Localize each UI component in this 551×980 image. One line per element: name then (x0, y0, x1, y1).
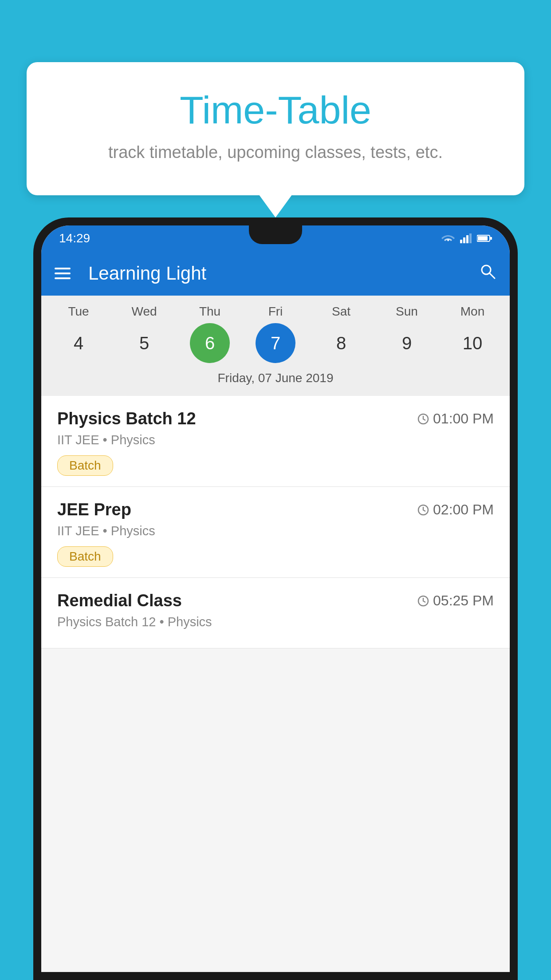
schedule-item-2-badge: Batch (57, 546, 113, 567)
clock-icon-2 (417, 504, 429, 516)
svg-rect-2 (466, 235, 468, 243)
signal-icon (460, 233, 472, 243)
notch (249, 225, 302, 244)
day-header-sat: Sat (321, 304, 361, 319)
clock-icon-3 (417, 595, 429, 607)
speech-bubble: Time-Table track timetable, upcoming cla… (27, 62, 524, 195)
status-time: 14:29 (59, 231, 90, 245)
schedule-item-1-time: 01:00 PM (417, 411, 494, 427)
svg-rect-1 (463, 237, 465, 243)
schedule-item-3-time: 05:25 PM (417, 593, 494, 609)
selected-date-label: Friday, 07 June 2019 (41, 368, 510, 391)
schedule-item-3-title: Remedial Class (57, 591, 182, 610)
schedule-item-2[interactable]: JEE Prep 02:00 PM IIT JEE • Physics Batc… (41, 487, 510, 578)
wifi-icon (441, 233, 455, 243)
day-header-fri: Fri (256, 304, 295, 319)
bubble-subtitle: track timetable, upcoming classes, tests… (62, 141, 489, 164)
schedule-item-2-sub: IIT JEE • Physics (57, 524, 494, 538)
day-header-tue: Tue (59, 304, 98, 319)
schedule-item-3-header: Remedial Class 05:25 PM (57, 591, 494, 610)
schedule-item-2-title: JEE Prep (57, 500, 131, 519)
schedule-item-3[interactable]: Remedial Class 05:25 PM Physics Batch 12… (41, 578, 510, 648)
day-numbers: 4 5 6 7 8 9 10 (41, 323, 510, 363)
day-header-mon: Mon (453, 304, 492, 319)
day-9[interactable]: 9 (387, 323, 427, 363)
schedule-item-1-badge: Batch (57, 455, 113, 476)
phone-wrapper: 14:29 (33, 217, 518, 980)
app-title: Learning Light (88, 263, 479, 284)
schedule-item-1[interactable]: Physics Batch 12 01:00 PM IIT JEE • Phys… (41, 396, 510, 487)
day-10[interactable]: 10 (453, 323, 492, 363)
svg-rect-0 (460, 240, 462, 243)
bubble-title: Time-Table (62, 89, 489, 132)
schedule-item-1-header: Physics Batch 12 01:00 PM (57, 409, 494, 428)
day-7-selected[interactable]: 7 (256, 323, 295, 363)
svg-rect-3 (469, 233, 472, 243)
phone-screen: 14:29 (41, 225, 510, 972)
svg-line-8 (489, 273, 495, 278)
schedule-list: Physics Batch 12 01:00 PM IIT JEE • Phys… (41, 396, 510, 648)
schedule-item-1-title: Physics Batch 12 (57, 409, 196, 428)
app-bar: Learning Light (41, 251, 510, 296)
day-8[interactable]: 8 (321, 323, 361, 363)
schedule-item-3-sub: Physics Batch 12 • Physics (57, 615, 494, 629)
schedule-item-2-time: 02:00 PM (417, 502, 494, 518)
status-icons (441, 233, 492, 243)
clock-icon-1 (417, 413, 429, 425)
svg-rect-6 (478, 236, 488, 241)
day-6-today[interactable]: 6 (190, 323, 230, 363)
day-header-wed: Wed (124, 304, 164, 319)
phone-outer: 14:29 (33, 217, 518, 980)
speech-bubble-section: Time-Table track timetable, upcoming cla… (27, 62, 524, 195)
day-header-sun: Sun (387, 304, 427, 319)
day-5[interactable]: 5 (124, 323, 164, 363)
day-header-thu: Thu (190, 304, 230, 319)
schedule-item-1-sub: IIT JEE • Physics (57, 433, 494, 447)
day-4[interactable]: 4 (59, 323, 98, 363)
calendar-strip: Tue Wed Thu Fri Sat Sun Mon 4 5 6 7 8 9 … (41, 296, 510, 396)
status-bar: 14:29 (41, 225, 510, 251)
svg-rect-5 (490, 237, 492, 240)
schedule-item-2-header: JEE Prep 02:00 PM (57, 500, 494, 519)
day-headers: Tue Wed Thu Fri Sat Sun Mon (41, 304, 510, 319)
hamburger-menu-button[interactable] (55, 268, 71, 279)
search-button[interactable] (479, 262, 496, 285)
battery-icon (477, 234, 492, 242)
